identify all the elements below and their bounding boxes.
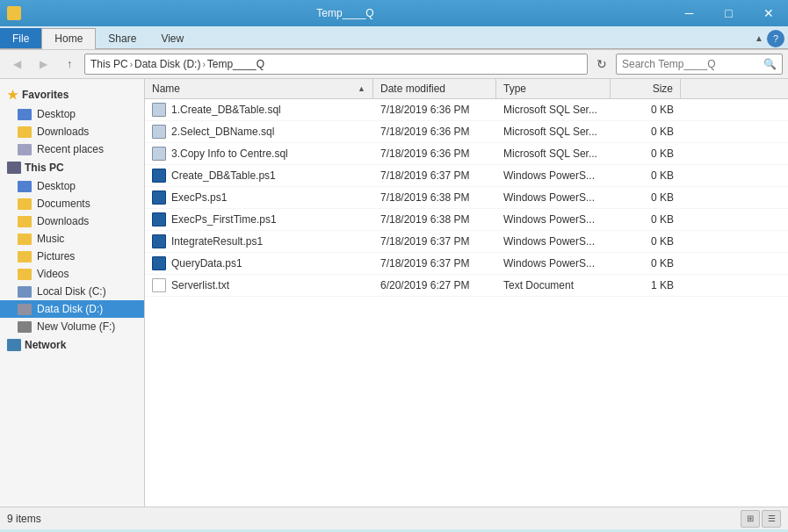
col-size-label: Size <box>653 83 673 95</box>
file-size-cell: 0 KB <box>611 212 681 227</box>
sidebar-item-videos[interactable]: Videos <box>0 265 144 283</box>
file-date-cell: 7/18/2019 6:38 PM <box>373 190 496 205</box>
file-name: Create_DB&Table.ps1 <box>171 169 276 182</box>
sql-file-icon <box>152 125 166 139</box>
sidebar-item-recent-fav[interactable]: Recent places <box>0 140 144 158</box>
desktop-icon <box>18 181 32 192</box>
table-row[interactable]: IntegrateResult.ps1 7/18/2019 6:37 PM Wi… <box>145 231 788 253</box>
file-size-cell: 0 KB <box>611 168 681 183</box>
sidebar-item-desktop-pc[interactable]: Desktop <box>0 177 144 195</box>
file-size-cell: 1 KB <box>611 277 681 293</box>
view-icons-button[interactable]: ⊞ <box>741 510 760 528</box>
file-date-cell: 7/18/2019 6:38 PM <box>373 212 496 227</box>
ribbon-expand-button[interactable]: ▲ <box>751 32 767 45</box>
col-header-size[interactable]: Size <box>611 79 681 98</box>
col-header-name[interactable]: Name ▲ <box>145 79 373 98</box>
title-bar-icons <box>7 6 21 20</box>
sidebar-item-music[interactable]: Music <box>0 230 144 248</box>
ps1-file-icon <box>152 256 166 270</box>
main-layout: ★ Favorites Desktop Downloads Recent pla… <box>0 79 788 507</box>
sidebar-item-desktop-fav[interactable]: Desktop <box>0 105 144 123</box>
recent-icon <box>18 144 32 155</box>
share-tab[interactable]: Share <box>96 28 148 48</box>
table-row[interactable]: ExecPs.ps1 7/18/2019 6:38 PM Windows Pow… <box>145 187 788 209</box>
table-row[interactable]: 2.Select_DBName.sql 7/18/2019 6:36 PM Mi… <box>145 121 788 143</box>
view-list-button[interactable]: ☰ <box>762 510 781 528</box>
sidebar-item-downloads-fav[interactable]: Downloads <box>0 123 144 140</box>
sidebar-item-new-volume-f[interactable]: New Volume (F:) <box>0 318 144 335</box>
up-button[interactable]: ↑ <box>58 54 81 75</box>
file-date-cell: 7/18/2019 6:37 PM <box>373 168 496 183</box>
sidebar-item-local-disk-c[interactable]: Local Disk (C:) <box>0 283 144 300</box>
file-name: QueryData.ps1 <box>171 257 242 270</box>
thispc-section-header[interactable]: This PC <box>0 158 144 177</box>
file-size-cell: 0 KB <box>611 102 681 118</box>
sidebar-item-data-disk-d[interactable]: Data Disk (D:) <box>0 300 144 318</box>
file-type-cell: Windows PowerS... <box>496 234 611 249</box>
table-row[interactable]: 3.Copy Info to Centre.sql 7/18/2019 6:36… <box>145 143 788 165</box>
home-tab[interactable]: Home <box>41 28 96 49</box>
file-tab[interactable]: File <box>0 28 41 48</box>
maximize-button[interactable]: □ <box>709 0 748 26</box>
favorites-section-header[interactable]: ★ Favorites <box>0 84 144 105</box>
file-type-cell: Microsoft SQL Ser... <box>496 124 611 140</box>
folder-icon <box>18 251 32 262</box>
ps1-file-icon <box>152 234 166 248</box>
sidebar-item-documents[interactable]: Documents <box>0 195 144 212</box>
file-date-cell: 7/18/2019 6:37 PM <box>373 255 496 271</box>
sidebar: ★ Favorites Desktop Downloads Recent pla… <box>0 79 145 507</box>
forward-button[interactable]: ▶ <box>32 54 54 75</box>
network-section-header[interactable]: Network <box>0 335 144 355</box>
path-this-pc[interactable]: This PC <box>90 58 128 70</box>
table-row[interactable]: 1.Create_DB&Table.sql 7/18/2019 6:36 PM … <box>145 99 788 121</box>
search-box[interactable]: 🔍 <box>616 54 783 75</box>
address-path[interactable]: This PC › Data Disk (D:) › Temp____Q <box>84 54 588 75</box>
table-row[interactable]: ExecPs_FirstTime.ps1 7/18/2019 6:38 PM W… <box>145 209 788 231</box>
path-data-disk[interactable]: Data Disk (D:) <box>134 58 200 70</box>
file-name-cell: 3.Copy Info to Centre.sql <box>145 145 373 162</box>
table-row[interactable]: QueryData.ps1 7/18/2019 6:37 PM Windows … <box>145 253 788 275</box>
sidebar-item-label: Music <box>37 233 64 245</box>
file-date-cell: 7/18/2019 6:36 PM <box>373 124 496 140</box>
address-bar: ◀ ▶ ↑ This PC › Data Disk (D:) › Temp___… <box>0 50 788 79</box>
sidebar-item-downloads[interactable]: Downloads <box>0 212 144 230</box>
path-folder[interactable]: Temp____Q <box>207 58 264 70</box>
table-row[interactable]: Create_DB&Table.ps1 7/18/2019 6:37 PM Wi… <box>145 165 788 187</box>
col-header-type[interactable]: Type <box>496 79 611 98</box>
col-header-date[interactable]: Date modified <box>373 79 496 98</box>
sidebar-item-label: Downloads <box>37 126 89 138</box>
sidebar-item-pictures[interactable]: Pictures <box>0 248 144 265</box>
file-type-cell: Microsoft SQL Ser... <box>496 146 611 162</box>
file-type-cell: Windows PowerS... <box>496 168 611 183</box>
folder-icon <box>18 234 32 245</box>
sidebar-item-label: Local Disk (C:) <box>37 285 106 298</box>
disk-icon <box>18 321 32 333</box>
file-name-cell: ExecPs_FirstTime.ps1 <box>145 211 373 228</box>
file-name-cell: ExecPs.ps1 <box>145 189 373 206</box>
computer-icon <box>7 162 21 174</box>
table-row[interactable]: Serverlist.txt 6/20/2019 6:27 PM Text Do… <box>145 275 788 297</box>
window-title: Temp____Q <box>21 7 669 19</box>
ps1-file-icon <box>152 169 166 183</box>
path-sep-2: › <box>202 60 205 69</box>
close-button[interactable]: ✕ <box>748 0 788 26</box>
network-icon <box>7 339 21 351</box>
file-name: Serverlist.txt <box>171 279 229 291</box>
help-button[interactable]: ? <box>767 30 784 47</box>
back-button[interactable]: ◀ <box>5 54 28 75</box>
minimize-button[interactable]: ─ <box>669 0 709 26</box>
view-tab[interactable]: View <box>148 28 196 48</box>
file-name-cell: Serverlist.txt <box>145 277 373 294</box>
col-name-label: Name <box>152 83 180 95</box>
sidebar-item-label: New Volume (F:) <box>37 320 115 333</box>
search-icon[interactable]: 🔍 <box>763 58 777 70</box>
file-name: 1.Create_DB&Table.sql <box>171 104 281 116</box>
search-input[interactable] <box>622 58 763 70</box>
folder-icon <box>18 269 32 280</box>
file-size-cell: 0 KB <box>611 234 681 249</box>
file-size-cell: 0 KB <box>611 124 681 140</box>
file-rows-container: 1.Create_DB&Table.sql 7/18/2019 6:36 PM … <box>145 99 788 297</box>
txt-file-icon <box>152 278 166 292</box>
favorites-icon: ★ <box>7 88 18 102</box>
refresh-button[interactable]: ↻ <box>591 54 612 75</box>
